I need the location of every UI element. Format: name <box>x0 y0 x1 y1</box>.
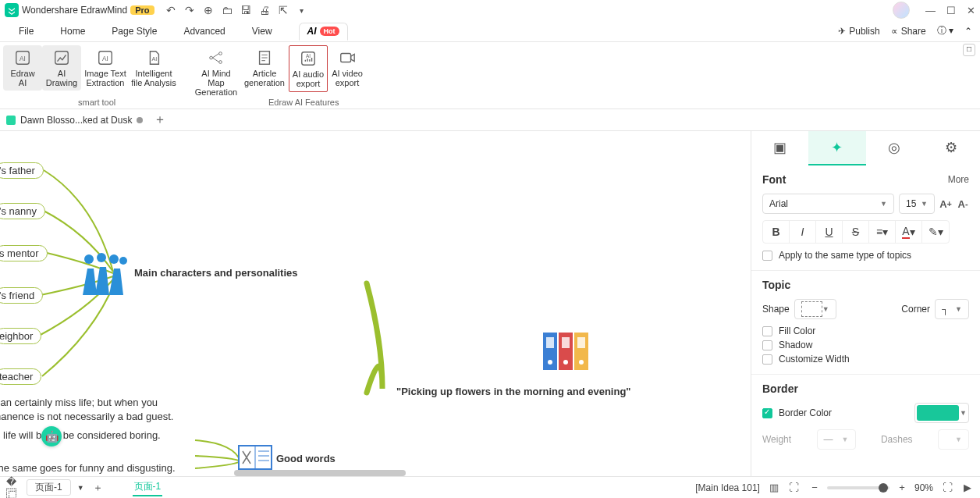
side-tab-style[interactable]: ▣ <box>751 131 808 165</box>
decrease-font-button[interactable]: A- <box>957 197 969 210</box>
highlight-button[interactable]: ✎▾ <box>922 221 949 243</box>
new-icon[interactable]: ⊕ <box>201 3 215 17</box>
page-tab[interactable]: 页面-1 <box>133 478 163 496</box>
publish-button[interactable]: ✈ Publish <box>838 26 879 37</box>
menu-view[interactable]: View <box>252 26 272 37</box>
customize-width-checkbox[interactable]: Customize Width <box>762 354 969 365</box>
menu-page-style[interactable]: Page Style <box>112 26 157 37</box>
qat-dropdown-icon[interactable]: ▾ <box>295 3 309 17</box>
export-icon[interactable]: ⇱ <box>276 3 290 17</box>
tool-intelligent-file-analysis[interactable]: AI Intelligentfile Analysis <box>130 45 178 91</box>
apply-same-type-checkbox[interactable]: Apply to the same type of topics <box>762 250 969 261</box>
bold-button[interactable]: B <box>763 221 790 243</box>
horizontal-scrollbar[interactable] <box>234 470 406 476</box>
font-size-select[interactable]: 15▼ <box>899 194 935 214</box>
document-tab[interactable]: Dawn Blosso...ked at Dusk <box>6 115 143 126</box>
shape-select[interactable]: ▼ <box>794 299 836 319</box>
redo-icon[interactable]: ↷ <box>183 3 197 17</box>
page-selector[interactable]: 页面-1 ▼ <box>27 479 84 496</box>
help-button[interactable]: ⓘ ▾ <box>937 24 953 37</box>
collapse-ribbon-button[interactable]: ⌃ <box>964 26 972 37</box>
zoom-in-button[interactable]: + <box>896 482 908 494</box>
strikethrough-button[interactable]: S <box>843 221 869 243</box>
branch-label-good-words[interactable]: Good words <box>276 453 336 464</box>
close-button[interactable]: ✕ <box>967 5 975 16</box>
ribbon-group-ai-features: Edraw AI Features <box>268 98 339 107</box>
side-tab-map[interactable]: ◎ <box>866 131 923 165</box>
menu-ai[interactable]: AI Hot <box>299 23 348 41</box>
central-topic[interactable]: "Picking up flowers in the morning and e… <box>396 386 631 397</box>
shadow-checkbox[interactable]: Shadow <box>762 340 969 350</box>
mindmap-node[interactable]: teacher <box>0 368 41 385</box>
increase-font-button[interactable]: A+ <box>939 197 952 210</box>
tool-ai-audio-export[interactable]: AI AI audioexport <box>289 45 328 92</box>
new-tab-button[interactable]: ＋ <box>154 112 166 128</box>
tool-article-generation[interactable]: Articlegeneration <box>240 45 289 91</box>
corner-select[interactable]: ┐▼ <box>935 299 969 319</box>
mindmap-node[interactable]: s mentor <box>0 245 48 261</box>
maximize-button[interactable]: ☐ <box>946 5 956 16</box>
share-button[interactable]: ∝ Share <box>891 26 926 37</box>
menu-advanced[interactable]: Advanced <box>183 26 225 37</box>
user-avatar[interactable] <box>893 2 910 19</box>
layout-view-icon[interactable]: ▥ <box>768 482 780 494</box>
outline-view-icon[interactable]: �⿸ <box>6 482 19 494</box>
add-page-button[interactable]: ＋ <box>92 482 105 494</box>
menu-ai-label: AI <box>307 26 317 37</box>
open-icon[interactable]: 🗀 <box>220 3 234 17</box>
paragraph-line: nanence is not necessarily a bad guest. <box>0 411 173 422</box>
tool-ai-video-export[interactable]: AI videoexport <box>328 45 367 91</box>
fit-view-icon[interactable]: ⛶ <box>788 482 801 494</box>
print-icon[interactable]: 🖨 <box>257 3 272 17</box>
font-family-select[interactable]: Arial▼ <box>762 194 894 214</box>
tool-ai-mindmap-generation[interactable]: AI Mind MapGeneration <box>192 45 240 100</box>
status-context: [Main Idea 101] <box>695 482 760 493</box>
publish-label: Publish <box>849 26 879 37</box>
paragraph-line: can certainly miss life; but when you <box>0 397 158 408</box>
canvas[interactable]: 's father 's nanny s mentor 's friend ei… <box>0 131 751 476</box>
zoom-out-button[interactable]: − <box>808 482 821 494</box>
presentation-icon[interactable]: ▶ <box>961 482 974 494</box>
dashes-select[interactable]: ▼ <box>938 429 969 450</box>
font-more-link[interactable]: More <box>948 174 969 185</box>
audio-export-icon: AI <box>299 49 318 68</box>
svg-point-22 <box>579 360 584 365</box>
side-tab-settings[interactable]: ⚙ <box>923 131 980 165</box>
side-tab-ai[interactable]: ✦ <box>808 131 865 165</box>
mindmap-node[interactable]: eighbor <box>0 328 41 344</box>
svg-point-8 <box>219 61 222 64</box>
menu-home[interactable]: Home <box>60 26 85 37</box>
svg-text:AI: AI <box>20 55 26 62</box>
page-select-value: 页面-1 <box>27 479 71 496</box>
article-gen-icon <box>255 48 274 67</box>
tool-edraw-ai[interactable]: AI EdrawAI <box>3 45 42 91</box>
fill-color-checkbox[interactable]: Fill Color <box>762 325 969 336</box>
save-icon[interactable]: 🖫 <box>239 3 253 17</box>
mindmap-node[interactable]: 's nanny <box>0 203 45 219</box>
weight-select[interactable]: —▼ <box>817 429 856 450</box>
underline-button[interactable]: U <box>816 221 843 243</box>
mindmap-node[interactable]: 's friend <box>0 287 43 304</box>
floating-ai-button[interactable]: 🤖 <box>41 426 62 446</box>
tool-ai-drawing[interactable]: AIDrawing <box>42 45 81 91</box>
font-color-button[interactable]: A▾ <box>896 221 922 243</box>
mindmap-node[interactable]: 's father <box>0 162 44 179</box>
ribbon-panel-toggle[interactable]: □ <box>963 44 975 56</box>
minimize-button[interactable]: — <box>925 5 936 16</box>
menu-file[interactable]: File <box>19 26 34 37</box>
align-button[interactable]: ≡▾ <box>869 221 896 243</box>
tool-image-text-extraction[interactable]: AI Image TextExtraction <box>81 45 130 91</box>
border-color-checkbox[interactable]: Border Color <box>762 407 832 418</box>
side-panel: ▣ ✦ ◎ ⚙ Font More Arial▼ 15▼ A+ A- <box>751 131 980 476</box>
zoom-slider[interactable] <box>827 486 889 489</box>
branch-label-main-characters[interactable]: Main characters and personalities <box>134 267 298 279</box>
border-color-select[interactable]: ▼ <box>914 403 969 423</box>
paragraph-line: the same goes for funny and disgusting. <box>0 462 176 474</box>
doc-name: Dawn Blosso...ked at Dusk <box>20 115 132 126</box>
italic-button[interactable]: I <box>790 221 816 243</box>
undo-icon[interactable]: ↶ <box>164 3 178 17</box>
fullscreen-icon[interactable]: ⛶ <box>941 482 953 494</box>
share-label: Share <box>901 26 926 37</box>
quick-access-toolbar: ↶ ↷ ⊕ 🗀 🖫 🖨 ⇱ ▾ <box>164 3 309 17</box>
title-bar: Wondershare EdrawMind Pro ↶ ↷ ⊕ 🗀 🖫 🖨 ⇱ … <box>0 0 980 20</box>
